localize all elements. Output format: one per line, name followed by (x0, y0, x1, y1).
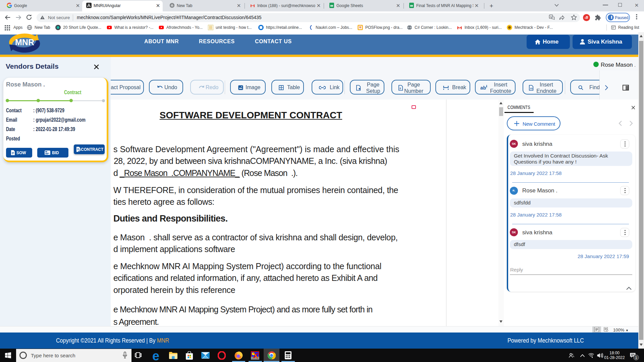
svg-text:MNR: MNR (15, 38, 34, 47)
svg-text:A: A (550, 15, 552, 18)
